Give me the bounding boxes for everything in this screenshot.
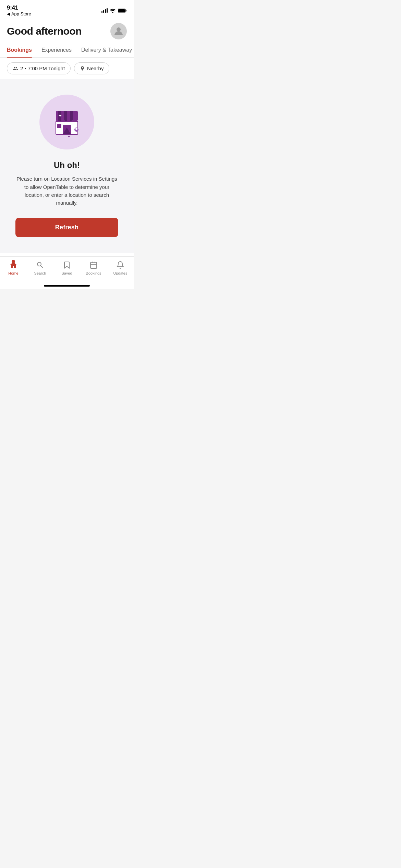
wifi-icon	[110, 8, 116, 13]
svg-rect-7	[70, 111, 73, 121]
nav-updates[interactable]: Updates	[107, 260, 134, 275]
error-description: Please turn on Location Services in Sett…	[15, 175, 118, 207]
error-title: Uh oh!	[54, 160, 80, 170]
error-illustration: ✦ ✦	[39, 95, 94, 149]
guests-time-label: 2 • 7:00 PM Tonight	[20, 65, 65, 71]
tab-bookings[interactable]: Bookings	[7, 43, 32, 57]
bell-icon	[116, 261, 124, 269]
refresh-button[interactable]: Refresh	[15, 218, 118, 237]
svg-rect-6	[64, 111, 67, 121]
user-icon	[113, 26, 124, 37]
svg-rect-2	[118, 9, 125, 12]
nav-search[interactable]: Search	[27, 260, 53, 275]
svg-rect-17	[90, 262, 97, 268]
nav-search-label: Search	[34, 271, 46, 275]
home-active-dot	[12, 260, 15, 263]
location-label: Nearby	[87, 65, 104, 71]
calendar-icon	[89, 261, 98, 269]
tab-experiences[interactable]: Experiences	[41, 43, 72, 57]
updates-icon-wrap	[116, 260, 125, 270]
home-icon-wrap	[9, 260, 18, 270]
status-right	[101, 8, 127, 13]
nav-saved-label: Saved	[61, 271, 72, 275]
svg-point-14	[75, 128, 77, 130]
nav-home-label: Home	[8, 271, 18, 275]
avatar[interactable]	[110, 23, 127, 39]
home-indicator	[44, 285, 90, 287]
location-icon	[80, 66, 85, 71]
people-icon	[13, 66, 18, 71]
guests-time-filter[interactable]: 2 • 7:00 PM Tonight	[7, 62, 71, 74]
main-content: ✦ ✦ Uh oh! Please turn on Location Servi…	[0, 79, 134, 253]
svg-text:✦: ✦	[68, 135, 70, 138]
filter-row: 2 • 7:00 PM Tonight Nearby	[0, 58, 134, 79]
tab-delivery-takeaway[interactable]: Delivery & Takeaway	[81, 43, 132, 57]
nav-updates-label: Updates	[113, 271, 127, 275]
nav-home[interactable]: Home	[0, 260, 27, 275]
bookmark-icon	[63, 261, 71, 269]
app-screen: 9:41 ◀ App Store Good afternoo	[0, 0, 134, 289]
status-left: 9:41 ◀ App Store	[7, 4, 31, 16]
greeting-text: Good afternoon	[7, 25, 82, 37]
location-filter[interactable]: Nearby	[74, 62, 109, 74]
header: Good afternoon	[0, 16, 134, 43]
saved-icon-wrap	[62, 260, 72, 270]
store-icon: ✦ ✦	[50, 105, 84, 139]
battery-icon	[118, 8, 127, 13]
status-time: 9:41	[7, 4, 18, 11]
bookings-icon-wrap	[89, 260, 98, 270]
nav-bookings-label: Bookings	[86, 271, 101, 275]
status-bar: 9:41 ◀ App Store	[0, 0, 134, 16]
nav-bookings[interactable]: Bookings	[80, 260, 107, 275]
back-button[interactable]: ◀ App Store	[7, 11, 31, 16]
tab-bar: Bookings Experiences Delivery & Takeaway	[0, 43, 134, 58]
svg-rect-1	[126, 10, 127, 11]
svg-point-12	[62, 130, 63, 131]
svg-point-3	[117, 27, 121, 32]
signal-icon	[101, 8, 108, 13]
svg-text:✦: ✦	[58, 113, 62, 118]
bottom-nav: Home Search Saved	[0, 256, 134, 285]
svg-rect-11	[57, 124, 61, 128]
nav-saved[interactable]: Saved	[53, 260, 80, 275]
search-icon	[36, 261, 44, 269]
search-icon-wrap	[35, 260, 45, 270]
